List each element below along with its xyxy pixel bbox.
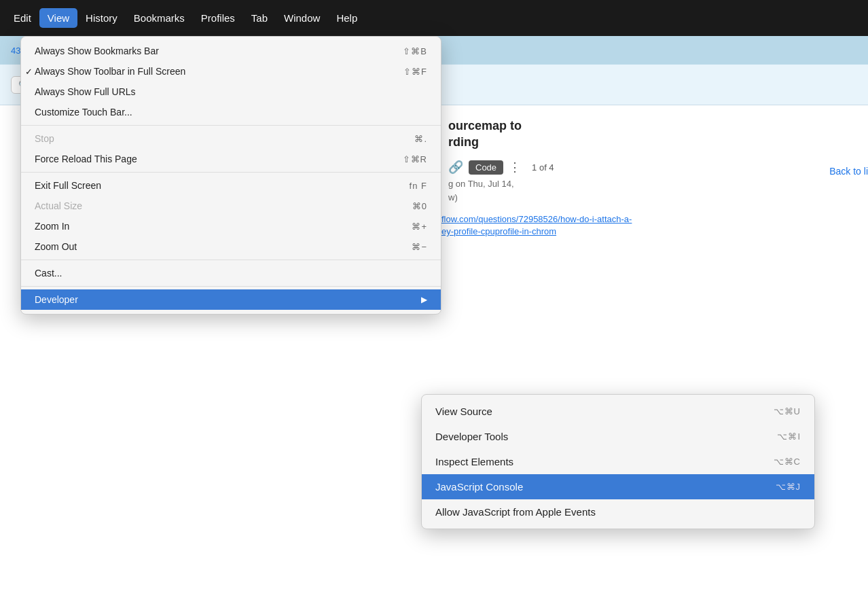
view-menu: Always Show Bookmarks Bar ⇧⌘B ✓ Always S… xyxy=(20,36,441,315)
dev-menu-item-inspect-elements[interactable]: Inspect Elements ⌥⌘C xyxy=(422,449,814,474)
menu-item-developer[interactable]: Developer ▶ xyxy=(21,289,441,310)
separator-3 xyxy=(21,260,441,260)
dev-menu-item-developer-tools[interactable]: Developer Tools ⌥⌘I xyxy=(422,424,814,449)
result-link2[interactable]: ey-profile-cpuprofile-in-chrom xyxy=(441,226,556,236)
menu-item-shortcut: ⇧⌘R xyxy=(403,154,427,164)
dev-menu-item-shortcut: ⌥⌘C xyxy=(774,457,801,467)
separator-4 xyxy=(21,286,441,287)
menu-item-label: Zoom In xyxy=(35,221,69,232)
menu-item-label: Always Show Bookmarks Bar xyxy=(35,46,159,56)
menu-item-label: Actual Size xyxy=(35,200,82,211)
menu-item-label: Customize Touch Bar... xyxy=(35,107,132,118)
title-partial: ourcemap to xyxy=(448,119,522,133)
dev-menu-item-label: Developer Tools xyxy=(435,431,508,442)
menu-item-label: Force Reload This Page xyxy=(35,154,137,164)
menu-item-zoom-out[interactable]: Zoom Out ⌘− xyxy=(21,236,441,257)
menu-item-label: Cast... xyxy=(35,268,62,279)
menubar-item-tab[interactable]: Tab xyxy=(243,8,276,28)
dev-menu-item-view-source[interactable]: View Source ⌥⌘U xyxy=(422,399,814,424)
menu-item-force-reload[interactable]: Force Reload This Page ⇧⌘R xyxy=(21,149,441,169)
result-meta: g on Thu, Jul 14, xyxy=(448,179,514,189)
menubar-item-help[interactable]: Help xyxy=(328,8,365,28)
menu-item-label: Always Show Toolbar in Full Screen xyxy=(35,66,185,77)
menu-item-shortcut: ⌘− xyxy=(412,242,427,252)
link-icon[interactable]: 🔗 xyxy=(448,160,463,175)
dev-menu-item-shortcut: ⌥⌘U xyxy=(774,406,801,416)
code-button[interactable]: Code xyxy=(469,160,503,175)
dev-menu-item-shortcut: ⌥⌘I xyxy=(777,431,801,442)
developer-submenu: View Source ⌥⌘U Developer Tools ⌥⌘I Insp… xyxy=(421,394,815,529)
separator-1 xyxy=(21,125,441,126)
menu-item-shortcut: ⇧⌘F xyxy=(403,67,427,77)
menu-item-label: Exit Full Screen xyxy=(35,180,101,191)
menu-item-always-show-full-urls[interactable]: Always Show Full URLs xyxy=(21,82,441,102)
subtitle-partial: rding xyxy=(448,135,479,149)
menu-item-label: Zoom Out xyxy=(35,241,77,252)
menu-item-exit-full-screen[interactable]: Exit Full Screen fn F xyxy=(21,175,441,196)
menubar-item-bookmarks[interactable]: Bookmarks xyxy=(126,8,193,28)
menubar-item-window[interactable]: Window xyxy=(276,8,328,28)
dev-menu-item-shortcut: ⌥⌘J xyxy=(776,482,801,492)
result-counter: 1 of 4 xyxy=(532,162,554,173)
menu-item-stop: Stop ⌘. xyxy=(21,128,441,149)
separator-2 xyxy=(21,172,441,173)
menu-item-shortcut: ⇧⌘B xyxy=(403,46,427,56)
dev-menu-item-allow-javascript-apple-events[interactable]: Allow JavaScript from Apple Events xyxy=(422,499,814,524)
checkmark-icon: ✓ xyxy=(25,67,33,77)
menubar-item-profiles[interactable]: Profiles xyxy=(193,8,243,28)
dev-menu-item-label: Allow JavaScript from Apple Events xyxy=(435,506,596,518)
menu-item-shortcut: ⌘0 xyxy=(412,201,427,211)
menu-item-always-show-bookmarks-bar[interactable]: Always Show Bookmarks Bar ⇧⌘B xyxy=(21,41,441,61)
dev-menu-item-label: View Source xyxy=(435,406,492,417)
menu-item-label: Always Show Full URLs xyxy=(35,86,136,97)
menu-item-actual-size: Actual Size ⌘0 xyxy=(21,196,441,216)
menu-item-cast[interactable]: Cast... xyxy=(21,263,441,283)
result-meta2: w) xyxy=(448,192,458,202)
menubar-item-view[interactable]: View xyxy=(39,8,77,28)
menu-item-zoom-in[interactable]: Zoom In ⌘+ xyxy=(21,216,441,236)
menu-item-shortcut: ⌘+ xyxy=(412,221,427,232)
menu-item-always-show-toolbar[interactable]: ✓ Always Show Toolbar in Full Screen ⇧⌘F xyxy=(21,61,441,82)
menubar: Edit View History Bookmarks Profiles Tab… xyxy=(0,0,868,36)
chevron-right-icon: ▶ xyxy=(421,295,427,304)
menu-item-label: Developer xyxy=(35,294,78,305)
menu-item-shortcut: ⌘. xyxy=(414,134,427,144)
dev-menu-item-label: JavaScript Console xyxy=(435,481,523,493)
dev-menu-item-label: Inspect Elements xyxy=(435,456,513,467)
menu-item-shortcut: fn F xyxy=(410,181,427,191)
menubar-item-edit[interactable]: Edit xyxy=(5,8,39,28)
result-link[interactable]: flow.com/questions/72958526/how-do-i-att… xyxy=(441,214,632,224)
back-to-list-link[interactable]: Back to li xyxy=(829,166,868,177)
dev-menu-item-javascript-console[interactable]: JavaScript Console ⌥⌘J xyxy=(422,474,814,499)
menu-item-label: Stop xyxy=(35,133,54,144)
more-options-icon[interactable]: ⋮ xyxy=(509,160,521,175)
menubar-item-history[interactable]: History xyxy=(77,8,126,28)
menu-item-customize-touch-bar[interactable]: Customize Touch Bar... xyxy=(21,102,441,122)
